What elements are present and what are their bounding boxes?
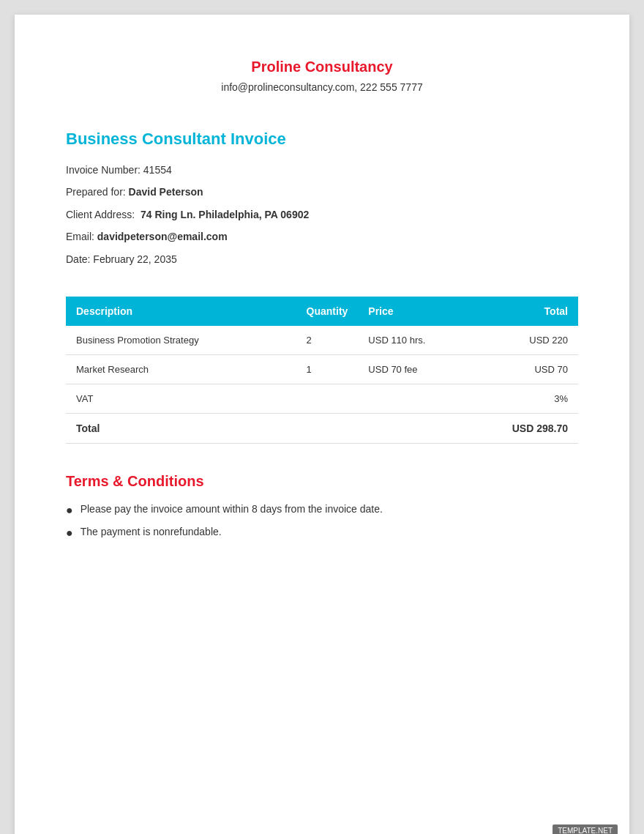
table-total-row: Total USD 298.70 — [66, 413, 578, 443]
company-contact: info@prolineconsultancy.com, 222 555 777… — [66, 81, 578, 93]
table-header-row: Description Quantity Price Total — [66, 297, 578, 326]
total-price — [358, 413, 460, 443]
row3-description: VAT — [66, 384, 296, 413]
header-quantity: Quantity — [296, 297, 359, 326]
client-address: Client Address: 74 Ring Ln. Philadelphia… — [66, 206, 578, 223]
row1-total: USD 220 — [460, 326, 578, 355]
company-name: Proline Consultancy — [66, 59, 578, 75]
row1-quantity: 2 — [296, 326, 359, 355]
table-row: VAT 3% — [66, 384, 578, 413]
header-price: Price — [358, 297, 460, 326]
row2-price: USD 70 fee — [358, 354, 460, 384]
terms-section: Terms & Conditions Please pay the invoic… — [66, 473, 578, 540]
row2-quantity: 1 — [296, 354, 359, 384]
table-row: Market Research 1 USD 70 fee USD 70 — [66, 354, 578, 384]
row3-quantity — [296, 384, 359, 413]
invoice-title: Business Consultant Invoice — [66, 130, 578, 149]
terms-item-2: The payment is nonrefundable. — [66, 526, 578, 540]
row1-price: USD 110 hrs. — [358, 326, 460, 355]
client-email: Email: davidpeterson@email.com — [66, 228, 578, 245]
invoice-page: Proline Consultancy info@prolineconsulta… — [15, 15, 629, 834]
invoice-details: Invoice Number: 41554 Prepared for: Davi… — [66, 162, 578, 267]
row1-description: Business Promotion Strategy — [66, 326, 296, 355]
row2-description: Market Research — [66, 354, 296, 384]
total-label: Total — [66, 413, 296, 443]
terms-title: Terms & Conditions — [66, 473, 578, 490]
total-amount: USD 298.70 — [460, 413, 578, 443]
invoice-number: Invoice Number: 41554 — [66, 162, 578, 178]
table-row: Business Promotion Strategy 2 USD 110 hr… — [66, 326, 578, 355]
watermark: TEMPLATE.NET — [553, 824, 618, 834]
invoice-date: Date: February 22, 2035 — [66, 251, 578, 267]
terms-item-1: Please pay the invoice amount within 8 d… — [66, 503, 578, 517]
row2-total: USD 70 — [460, 354, 578, 384]
invoice-table: Description Quantity Price Total Busines… — [66, 297, 578, 444]
header-total: Total — [460, 297, 578, 326]
row3-total: 3% — [460, 384, 578, 413]
header-description: Description — [66, 297, 296, 326]
invoice-header: Proline Consultancy info@prolineconsulta… — [66, 59, 578, 93]
prepared-for: Prepared for: David Peterson — [66, 184, 578, 200]
row3-price — [358, 384, 460, 413]
terms-list: Please pay the invoice amount within 8 d… — [66, 503, 578, 540]
total-qty — [296, 413, 359, 443]
